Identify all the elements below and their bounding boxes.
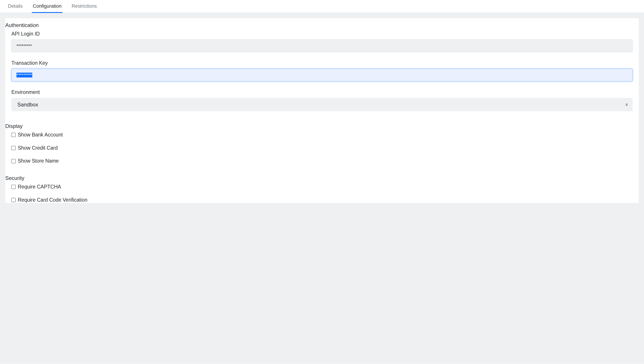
show-bank-account-label[interactable]: Show Bank Account [18, 132, 63, 138]
show-credit-card-row: Show Credit Card [5, 145, 639, 151]
require-cvv-label[interactable]: Require Card Code Verification [18, 197, 87, 203]
show-store-name-row: Show Store Name [5, 158, 639, 164]
show-bank-account-checkbox[interactable] [12, 133, 16, 137]
require-captcha-checkbox[interactable] [12, 185, 16, 189]
page-body: Authentication API Login ID ********* Tr… [0, 13, 644, 364]
display-heading: Display [5, 119, 639, 132]
show-store-name-label[interactable]: Show Store Name [18, 158, 59, 164]
require-cvv-checkbox[interactable] [12, 198, 16, 202]
show-bank-account-row: Show Bank Account [5, 132, 639, 138]
tab-configuration[interactable]: Configuration [32, 0, 62, 13]
api-login-id-value: ********* [17, 44, 32, 48]
tab-restrictions[interactable]: Restrictions [71, 0, 98, 13]
configuration-panel: Authentication API Login ID ********* Tr… [5, 18, 639, 203]
environment-select-wrapper: Sandbox [12, 98, 632, 111]
show-store-name-checkbox[interactable] [12, 159, 16, 163]
transaction-key-label: Transaction Key [12, 60, 632, 66]
require-captcha-label[interactable]: Require CAPTCHA [18, 184, 61, 190]
api-login-id-field: API Login ID ********* [5, 31, 639, 60]
security-heading: Security [5, 171, 639, 184]
authentication-heading: Authentication [5, 18, 639, 31]
transaction-key-value: ********* [17, 72, 32, 78]
api-login-id-label: API Login ID [12, 31, 632, 37]
transaction-key-input[interactable]: ********* [12, 69, 632, 82]
show-credit-card-checkbox[interactable] [12, 146, 16, 150]
tab-bar: Details Configuration Restrictions [0, 0, 644, 13]
require-captcha-row: Require CAPTCHA [5, 184, 639, 190]
environment-select[interactable]: Sandbox [12, 98, 632, 111]
api-login-id-input[interactable]: ********* [12, 40, 632, 52]
environment-field: Environment Sandbox [5, 89, 639, 119]
transaction-key-field: Transaction Key ********* [5, 60, 639, 89]
show-credit-card-label[interactable]: Show Credit Card [18, 145, 58, 151]
environment-label: Environment [12, 89, 632, 95]
tab-details[interactable]: Details [7, 0, 24, 13]
require-cvv-row: Require Card Code Verification [5, 197, 639, 203]
environment-value: Sandbox [17, 102, 38, 108]
